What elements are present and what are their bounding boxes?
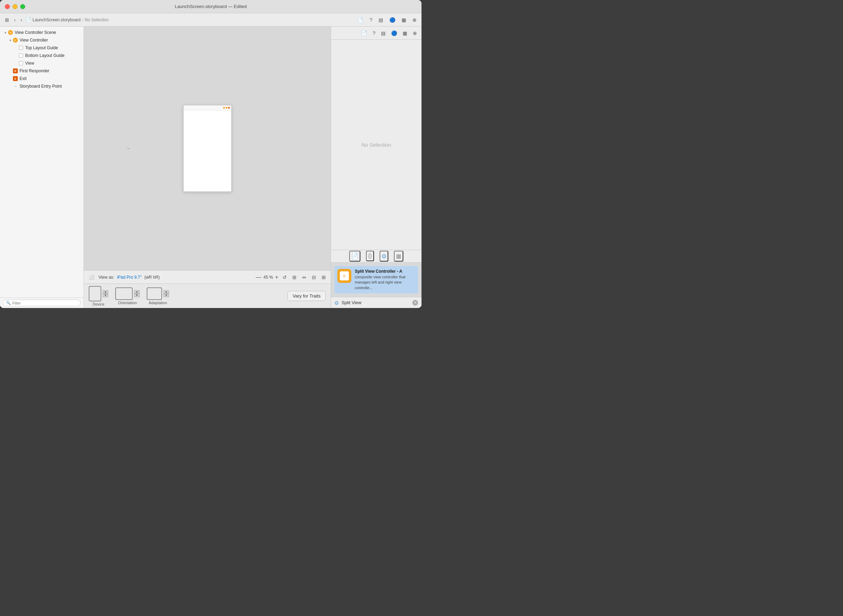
refresh-button[interactable]: ↺ [281,273,288,282]
minimize-button[interactable] [13,4,18,9]
object-library-button[interactable]: ▤ [377,16,384,24]
adaptation-stepper-up[interactable]: ▲ [163,290,169,294]
orientation-stepper-up[interactable]: ▲ [134,290,140,294]
no-selection-label: No Selection [361,142,391,148]
tree-arrow-scene: ▾ [3,31,8,35]
sidebar-item-entry-point[interactable]: → Storyboard Entry Point [0,82,84,90]
tab-quick-help[interactable]: {} [366,251,374,261]
object-title-suffix: - A [396,269,402,274]
sidebar-item-view-controller[interactable]: ▾ V View Controller [0,36,84,44]
align-button[interactable]: ⇔ [301,273,308,282]
attributes-button[interactable]: ▦ [400,16,408,24]
sidebar-label-exit: Exit [19,76,26,81]
object-title: Split View Controller - A [355,269,415,274]
identity-inspector-btn[interactable]: 🔵 [390,29,398,37]
object-library-btn[interactable]: ▤ [380,29,387,37]
device-stepper-up[interactable]: ▲ [103,290,108,294]
toolbar-left: ⊞ ‹ › 📄 LaunchScreen.storyboard › No Sel… [3,16,354,24]
breadcrumb-selection: No Selection [85,18,108,22]
first-responder-icon: R [13,68,18,74]
split-view-controller-item[interactable]: ⊞ Split View Controller - A composite vi… [334,266,418,293]
window-title: LaunchScreen.storyboard — Edited [175,4,247,9]
sidebar-item-top-layout[interactable]: Top Layout Guide [0,44,84,52]
sidebar-toggle-button[interactable]: ⬜ [87,273,96,281]
view-icon [18,60,24,66]
canvas-bottom-toolbar: ⬜ View as: iPad Pro 9.7" (wR hR) — 45 % … [84,270,331,283]
file-inspector-button[interactable]: 📄 [356,16,365,24]
back-button[interactable]: ‹ [13,16,17,24]
folder-icon: V [8,30,13,35]
adaptation-selector[interactable]: ▲ ▼ Adaptation [147,287,169,305]
toolbar: ⊞ ‹ › 📄 LaunchScreen.storyboard › No Sel… [0,13,421,26]
sidebar-item-view[interactable]: View [0,59,84,67]
maximize-button[interactable] [20,4,25,9]
vary-traits-button[interactable]: Vary for Traits [287,291,326,301]
add-inspector-btn[interactable]: ⊕ [412,29,418,37]
object-info: Split View Controller - A composite view… [355,269,415,290]
device-params-label: (wR hR) [144,275,160,280]
bottom-bar-close-button[interactable]: ✕ [412,300,418,305]
grid-button[interactable]: ⊞ [291,273,298,282]
adaptation-icon [147,287,162,300]
pin-button[interactable]: ⊟ [311,273,317,282]
canvas-scroll[interactable]: → [84,26,331,270]
object-icon-wrap: ⊞ [337,269,351,283]
sidebar-item-view-controller-scene[interactable]: ▾ V View Controller Scene [0,29,84,36]
filter-input[interactable] [12,301,78,305]
adaptation-label: Adaptation [149,301,167,305]
traffic-lights [5,4,25,9]
zoom-controls: — 45 % + [256,274,278,280]
forward-button[interactable]: › [19,16,24,24]
inspector-panel: 📄 ? ▤ 🔵 ▦ ⊕ No Selection 📄 {} ⊙ ▦ [331,26,421,308]
file-inspector-btn[interactable]: 📄 [360,29,368,37]
view-as-label: View as: [98,275,114,280]
adaptation-stepper-down[interactable]: ▼ [163,294,169,297]
close-button[interactable] [5,4,10,9]
sidebar: ▾ V View Controller Scene ▾ V View Contr… [0,26,84,308]
tab-attributes[interactable]: ▦ [394,251,403,261]
identity-button[interactable]: 🔵 [388,16,397,24]
grid-view-button[interactable]: ⊞ [3,16,10,24]
inspector-tabs: 📄 {} ⊙ ▦ [331,250,421,263]
sidebar-item-first-responder[interactable]: R First Responder [0,67,84,75]
iphone-titlebar [184,106,231,110]
device-selector[interactable]: ▲ ▼ Device [89,286,108,306]
quick-help-btn[interactable]: ? [372,29,377,37]
breadcrumb: 📄 LaunchScreen.storyboard › No Selection [25,17,108,22]
iphone-dot-3 [228,107,230,109]
tab-identity[interactable]: ⊙ [380,251,389,261]
attributes-inspector-btn[interactable]: ▦ [402,29,408,37]
breadcrumb-file[interactable]: LaunchScreen.storyboard [32,18,80,22]
sidebar-label-top-layout: Top Layout Guide [25,45,58,50]
zoom-out-button[interactable]: — [256,274,261,280]
tree-arrow-vc: ▾ [8,38,13,42]
sidebar-label-entry-point: Storyboard Entry Point [19,84,62,89]
object-description: composite view controller that manages l… [355,274,415,290]
object-title-text: Split View Controller [355,269,396,274]
orientation-stepper[interactable]: ▲ ▼ [134,290,140,297]
zoom-in-button[interactable]: + [275,274,278,280]
quick-help-button[interactable]: ? [368,16,374,24]
filter-input-wrap: 🔍 [3,300,81,306]
main-window: LaunchScreen.storyboard — Edited ⊞ ‹ › 📄… [0,0,421,308]
resolve-button[interactable]: ⊞ [320,273,327,282]
view-controller-icon: V [13,37,18,43]
add-button[interactable]: ⊕ [411,16,418,24]
adaptation-stepper[interactable]: ▲ ▼ [163,290,169,297]
inspector-toolbar: 📄 ? ▤ 🔵 ▦ ⊕ [331,26,421,40]
canvas-inner: → [84,26,331,270]
sidebar-label-first-responder: First Responder [19,69,49,73]
device-stepper-down[interactable]: ▼ [103,294,108,297]
tab-file[interactable]: 📄 [349,251,361,261]
orientation-stepper-down[interactable]: ▼ [134,294,140,297]
filter-icon: 🔍 [6,301,11,305]
orientation-selector[interactable]: ▲ ▼ Orientation [115,287,140,305]
device-name-label: iPad Pro 9.7" [117,275,141,280]
device-stepper[interactable]: ▲ ▼ [103,290,108,297]
sidebar-item-exit[interactable]: E Exit [0,75,84,82]
sidebar-item-bottom-layout[interactable]: Bottom Layout Guide [0,52,84,59]
titlebar: LaunchScreen.storyboard — Edited [0,0,421,13]
bottom-layout-icon [18,53,24,58]
device-label: Device [92,302,104,306]
object-icon: ⊞ [340,271,349,280]
